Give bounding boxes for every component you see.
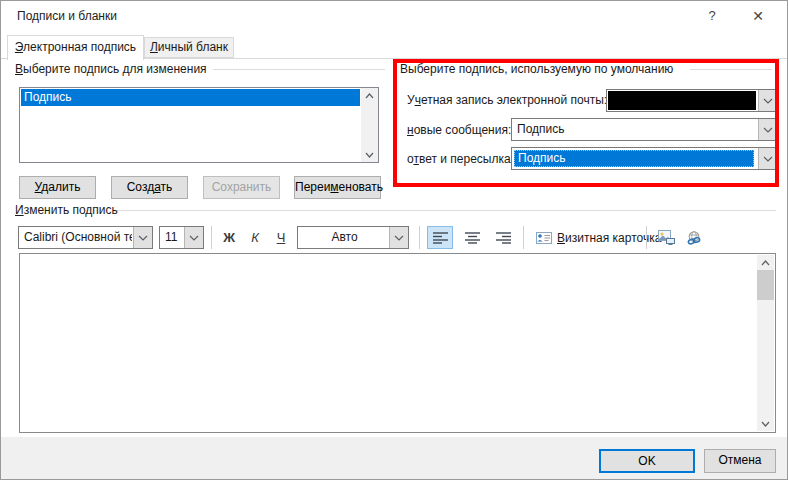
bold-button[interactable]: Ж [217,226,241,249]
delete-button[interactable]: Удалить [19,176,96,199]
business-card-icon [536,232,552,244]
dialog-footer: OK Отмена [1,437,787,479]
rename-button[interactable]: Переименовать [294,176,381,199]
help-button[interactable]: ? [695,1,729,31]
chevron-down-icon [763,127,773,133]
chevron-down-icon [763,156,773,162]
tab-email-signature[interactable]: Электронная подпись [7,35,144,60]
close-button[interactable]: ✕ [741,1,775,31]
new-messages-dropdown[interactable]: Подпись [511,118,778,141]
edit-signature-group-label: Изменить подпись [15,203,118,217]
dropdown-button[interactable] [758,119,777,140]
email-account-dropdown[interactable] [606,89,778,112]
new-messages-label: новые сообщения: [407,123,511,137]
scroll-up-icon[interactable] [361,88,378,103]
cancel-button[interactable]: Отмена [704,449,776,473]
listbox-scrollbar[interactable] [361,88,378,162]
signature-body-editor[interactable] [19,253,776,433]
scrollbar-thumb[interactable] [757,270,774,300]
chevron-down-icon [189,235,199,241]
toolbar-separator [419,226,420,249]
editor-scrollbar[interactable] [757,255,774,431]
align-right-icon [496,232,511,244]
group-divider-line [117,210,776,211]
chevron-down-icon [138,235,148,241]
scroll-up-icon[interactable] [757,255,774,270]
font-color-dropdown[interactable]: Авто [297,226,409,249]
title-bar: Подписи и бланки ? ✕ [1,1,787,31]
select-signature-group-label: Выберите подпись для изменения [15,62,207,76]
redacted-value [608,91,756,110]
dropdown-button[interactable] [389,227,408,248]
font-name-value: Calibri (Основной те [24,227,132,248]
tab-personal-stationery[interactable]: Личный бланк [144,37,234,58]
replies-forwards-label: ответ и пересылка: [407,152,514,166]
close-icon: ✕ [752,8,764,24]
align-left-button[interactable] [427,226,453,249]
save-button: Сохранить [203,176,280,199]
font-size-dropdown[interactable]: 11 [159,226,204,249]
font-color-value: Авто [303,227,386,248]
scroll-down-icon[interactable] [757,416,774,431]
underline-button[interactable]: Ч [269,226,293,249]
image-icon [658,230,675,245]
chevron-down-icon [394,235,404,241]
dropdown-button[interactable] [184,227,203,248]
group-divider-line [690,69,772,70]
italic-button[interactable]: К [243,226,267,249]
group-divider-line [213,69,385,70]
toolbar-separator [646,226,647,249]
insert-hyperlink-button[interactable] [681,226,707,249]
dropdown-value-selected: Подпись [514,150,754,167]
business-card-button[interactable]: Визитная карточка [529,226,668,249]
signature-listbox[interactable]: Подпись [19,87,379,163]
signatures-and-stationery-dialog: Подписи и бланки ? ✕ Электронная подпись… [0,0,788,480]
help-icon: ? [708,8,715,23]
ok-button[interactable]: OK [599,449,695,473]
insert-image-button[interactable] [653,226,679,249]
replies-forwards-dropdown[interactable]: Подпись [511,147,778,170]
align-right-button[interactable] [490,226,516,249]
align-left-icon [433,232,448,244]
dropdown-value: Подпись [517,119,755,140]
align-center-button[interactable] [459,226,485,249]
hyperlink-icon [686,231,702,245]
chevron-down-icon [763,98,773,104]
font-name-dropdown[interactable]: Calibri (Основной те [18,226,153,249]
toolbar-separator [211,226,212,249]
font-size-value: 11 [165,227,181,248]
new-button[interactable]: Создать [111,176,188,199]
scroll-down-icon[interactable] [361,147,378,162]
dropdown-button[interactable] [133,227,152,248]
toolbar-separator [523,226,524,249]
align-center-icon [465,232,480,244]
dropdown-button[interactable] [758,90,777,111]
email-account-label: Учетная запись электронной почты: [407,93,607,107]
dialog-title: Подписи и бланки [17,1,117,31]
default-signature-group-label: Выберите подпись, используемую по умолча… [400,62,673,76]
list-item-signature[interactable]: Подпись [21,89,360,106]
dropdown-button[interactable] [758,148,777,169]
